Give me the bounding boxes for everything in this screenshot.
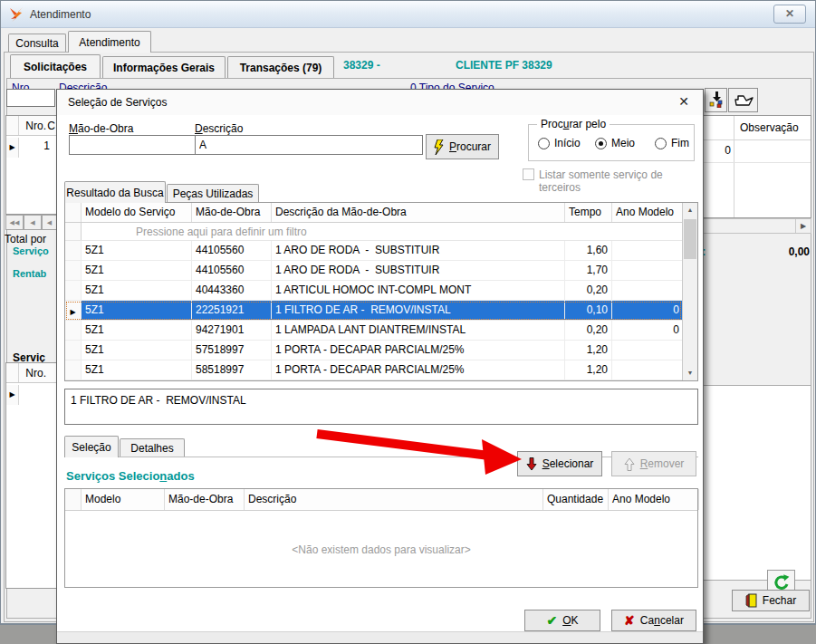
servico-label: Serviço xyxy=(13,245,49,256)
row-pointer-icon: ▶ xyxy=(65,301,82,320)
dialog-close-button[interactable]: ✕ xyxy=(676,94,692,109)
remover-button[interactable]: Remover xyxy=(611,451,696,476)
table-row[interactable]: 5Z1 58518997 1 PORTA - DECAPAR PARCIALM/… xyxy=(65,360,682,380)
scroll-up-icon[interactable]: ▲ xyxy=(683,203,697,217)
selected-grid-header[interactable]: Modelo Mão-de-Obra Descrição Quantidade … xyxy=(65,489,697,511)
table-row[interactable]: 5Z1 44105560 1 ARO DE RODA - SUBSTITUIR … xyxy=(65,241,682,261)
row-pointer-icon: ▶ xyxy=(6,385,19,405)
table-row[interactable]: 5Z1 44105560 1 ARO DE RODA - SUBSTITUIR … xyxy=(65,261,682,281)
tab-selecao[interactable]: Seleção xyxy=(64,436,119,457)
header-modelo[interactable]: Modelo xyxy=(82,489,165,510)
row-nro-value: 1 xyxy=(43,136,57,156)
tab-solicitacoes[interactable]: Solicitações xyxy=(10,54,101,78)
servicos-selecionados-header: Serviços Selecionados xyxy=(66,469,195,483)
filter-row[interactable]: Pressione aqui para definir um filtro xyxy=(65,223,682,241)
radio-meio[interactable]: Meio xyxy=(595,137,635,149)
ok-button[interactable]: ✔ OK xyxy=(524,610,600,631)
import-service-button[interactable] xyxy=(705,88,727,112)
grid-col-nro: Nro. xyxy=(22,120,46,132)
procurar-pelo-legend: Procurar pelo xyxy=(537,118,610,130)
header-descricao-mao[interactable]: Descrição da Mão-de-Obra xyxy=(272,203,565,222)
cross-icon: ✘ xyxy=(624,613,635,628)
up-arrow-icon xyxy=(624,457,635,471)
scroll-right-icon[interactable]: ▶ xyxy=(795,219,811,233)
tab-detalhes[interactable]: Detalhes xyxy=(120,438,185,457)
cancelar-button[interactable]: ✘ Cancelar xyxy=(611,610,696,631)
solicitacoes-grid[interactable]: Nro. C ▶ 1 xyxy=(5,115,58,215)
tab-transacoes[interactable]: Transações (79) xyxy=(227,56,334,78)
remover-label: Remover xyxy=(640,457,685,470)
descricao-label: Descrição xyxy=(195,122,243,135)
window-close-button[interactable]: ✕ xyxy=(773,5,806,24)
header-descricao[interactable]: Descrição xyxy=(245,489,543,510)
nro-input[interactable] xyxy=(6,89,55,107)
table-row[interactable]: 5Z1 57518997 1 PORTA - DECAPAR PARCIALM/… xyxy=(65,341,682,360)
empty-state-text: <Não existem dados para visualizar> xyxy=(65,543,697,556)
results-grid: Modelo do Serviço Mão-de-Obra Descrição … xyxy=(64,202,698,381)
dialog-title: Seleção de Serviços xyxy=(68,96,167,109)
selecionar-button[interactable]: Selecionar xyxy=(517,451,602,476)
exit-door-icon xyxy=(745,593,757,608)
row-pointer-icon: ▶ xyxy=(6,138,19,158)
vertical-scrollbar[interactable]: ▲ ▼ xyxy=(682,203,697,380)
down-arrow-icon xyxy=(526,457,537,471)
filter-hint[interactable]: Pressione aqui para definir um filtro xyxy=(82,223,307,240)
header-modelo-servico[interactable]: Modelo do Serviço xyxy=(82,203,192,222)
nav-prev2-button[interactable]: ◀ xyxy=(42,215,57,230)
selecionar-label: Selecionar xyxy=(542,457,594,470)
results-grid-header[interactable]: Modelo do Serviço Mão-de-Obra Descrição … xyxy=(65,203,682,223)
header-tempo[interactable]: Tempo xyxy=(565,203,612,222)
observacao-grid[interactable]: Observação 0 xyxy=(697,115,811,218)
mao-de-obra-label: Mão-de-Obra xyxy=(69,122,133,135)
radio-fim[interactable]: Fim xyxy=(655,137,689,149)
radio-circle-icon xyxy=(595,138,607,149)
header-mao-de-obra[interactable]: Mão-de-Obra xyxy=(192,203,272,222)
app-logo-icon xyxy=(8,6,24,23)
client-label: CLIENTE PF 38329 xyxy=(456,59,552,72)
grid2-col-nro: Nro. xyxy=(22,367,46,380)
nav-prev-button[interactable]: ◀ xyxy=(24,215,42,230)
servicos-grid[interactable]: Nro. ▶ xyxy=(5,362,58,589)
fechar-button[interactable]: Fechar xyxy=(732,590,810,611)
radio-circle-icon xyxy=(655,138,667,149)
dialog-titlebar: Seleção de Serviços ✕ xyxy=(57,90,703,115)
lightning-icon xyxy=(434,139,444,155)
scrollbar-thumb[interactable] xyxy=(684,219,696,259)
radio-inicio-label: Início xyxy=(554,137,581,149)
table-row[interactable]: 5Z1 94271901 1 LAMPADA LANT DIANTREM/INS… xyxy=(65,321,682,341)
table-row-selected[interactable]: ▶ 5Z1 22251921 1 FILTRO DE AR - REMOV/IN… xyxy=(65,301,682,321)
terceiros-checkbox-label: Listar somente serviço de terceiros xyxy=(539,168,703,194)
tab-pecas-utilizadas[interactable]: Peças Utilizadas xyxy=(167,184,259,203)
descricao-input[interactable] xyxy=(195,135,423,155)
nav-first-button[interactable]: ◀◀ xyxy=(5,215,24,230)
check-icon: ✔ xyxy=(546,613,557,628)
scroll-down-icon[interactable]: ▼ xyxy=(683,366,697,380)
column-header-observacao: Observação xyxy=(740,121,799,134)
procurar-button[interactable]: Procurar xyxy=(426,134,499,159)
import-arrow-icon xyxy=(709,91,724,108)
mao-de-obra-input[interactable] xyxy=(69,135,196,155)
tab-consulta[interactable]: Consulta xyxy=(8,34,66,53)
tab-resultado-busca[interactable]: Resultado da Busca xyxy=(64,181,166,203)
radio-inicio[interactable]: Início xyxy=(538,137,581,149)
tab-informacoes-gerais[interactable]: Informações Gerais xyxy=(102,56,226,78)
window-title: Atendimento xyxy=(30,8,91,21)
header-quantidade[interactable]: Quantidade xyxy=(543,489,609,510)
selecao-servicos-dialog: Seleção de Serviços ✕ Mão-de-Obra Descri… xyxy=(56,89,704,644)
terceiros-checkbox[interactable] xyxy=(523,168,534,180)
selected-services-grid: Modelo Mão-de-Obra Descrição Quantidade … xyxy=(64,488,698,588)
horizontal-scrollbar[interactable]: ▶ xyxy=(697,218,811,234)
table-row[interactable]: 5Z1 40443360 1 ARTICUL HOMOC INT-COMPL M… xyxy=(65,281,682,301)
total-por-label: Total por xyxy=(5,233,46,245)
oil-service-button[interactable] xyxy=(728,88,758,112)
radio-meio-label: Meio xyxy=(611,137,635,149)
total-value: 0,00 xyxy=(744,245,810,258)
header-ano-modelo[interactable]: Ano Modelo xyxy=(612,203,684,222)
rentabilidade-label: Rentab xyxy=(13,268,46,279)
header-mao-de-obra[interactable]: Mão-de-Obra xyxy=(165,489,245,510)
header-ano-modelo[interactable]: Ano Modelo xyxy=(609,489,699,510)
procurar-label: Procurar xyxy=(449,140,491,153)
tab-atendimento[interactable]: Atendimento xyxy=(68,31,151,53)
fechar-label: Fechar xyxy=(763,594,796,607)
tab-divider xyxy=(64,457,698,457)
